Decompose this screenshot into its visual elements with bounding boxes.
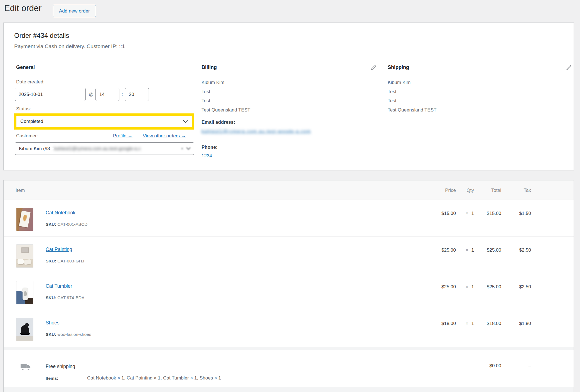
billing-name: Kibum Kim: [201, 78, 250, 87]
order-heading: Order #434 details: [14, 32, 69, 39]
product-thumbnail-cat-notebook: [16, 208, 33, 231]
table-row: Cat Notebook SKU: CAT-001-ABCD $15.00 ×1…: [4, 200, 574, 237]
cell-tax: $1.50: [485, 211, 531, 216]
shipping-items-value: Cat Notebook × 1, Cat Painting × 1, Cat …: [87, 375, 221, 381]
product-link[interactable]: Cat Tumbler: [46, 283, 72, 289]
add-new-order-button[interactable]: Add new order: [53, 5, 96, 17]
shipping-address: Kibum Kim Test Test Test Queensland TEST: [388, 78, 436, 115]
product-link[interactable]: Shoes: [46, 320, 60, 326]
product-sku: SKU: woo-fasion-shoes: [46, 332, 91, 337]
email-label: Email address:: [201, 120, 235, 125]
billing-city: Test: [201, 96, 250, 105]
chevron-down-icon: [183, 120, 188, 123]
sku-value: CAT-001-ABCD: [57, 222, 87, 227]
cell-tax: –: [485, 363, 531, 369]
status-select[interactable]: Completed: [16, 116, 192, 127]
customer-label: Customer:: [16, 133, 38, 139]
shipping-method-name: Free shipping: [46, 364, 75, 369]
profile-link[interactable]: Profile →: [113, 133, 132, 139]
sku-value: woo-fasion-shoes: [57, 332, 91, 337]
product-sku: SKU: CAT-003-GHJ: [46, 259, 84, 264]
product-sku: SKU: CAT-001-ABCD: [46, 222, 87, 227]
minute-input[interactable]: 20: [125, 88, 149, 101]
product-thumbnail-cat-tumbler: [16, 281, 33, 304]
table-row: Shoes SKU: woo-fasion-shoes $18.00 ×1 $1…: [4, 310, 574, 347]
customer-value-redacted: kahtest1@rymera.com.au.test-google-a.c: [54, 146, 179, 152]
cell-tax: $2.50: [485, 247, 531, 253]
time-separator: :: [122, 92, 123, 97]
order-items-panel: Item Price Qty Total Tax Cat Notebook SK…: [3, 180, 574, 392]
shipping-name: Kibum Kim: [388, 78, 436, 87]
status-highlight-frame: Completed: [14, 113, 194, 130]
billing-email-link-redacted[interactable]: kahtest1@rymera.com.au.test-woode-a.com: [201, 129, 311, 134]
sku-label: SKU:: [46, 332, 56, 337]
edit-shipping-pencil-icon[interactable]: [566, 64, 572, 71]
shipping-state: Test Queensland TEST: [388, 105, 436, 115]
sku-value: CAT-974-BDA: [57, 295, 84, 300]
section-divider: [4, 347, 574, 350]
product-thumbnail-shoes: [16, 318, 33, 341]
status-label: Status:: [16, 106, 31, 112]
product-thumbnail-cat-painting: [16, 244, 33, 268]
cell-tax: $1.80: [485, 321, 531, 326]
date-at-symbol: @: [89, 92, 94, 97]
cell-tax: $2.50: [485, 284, 531, 290]
billing-address: Kibum Kim Test Test Test Queensland TEST: [201, 78, 250, 115]
shipping-items-label: Items:: [46, 376, 58, 381]
truck-icon: [20, 363, 31, 371]
order-subheading: Payment via Cash on delivery. Customer I…: [14, 43, 125, 49]
billing-heading: Billing: [201, 64, 217, 70]
customer-select[interactable]: Kibum Kim (#3 – kahtest1@rymera.com.au.t…: [15, 142, 194, 155]
product-sku: SKU: CAT-974-BDA: [46, 295, 84, 300]
billing-address-1: Test: [201, 87, 250, 96]
shipping-address-1: Test: [388, 87, 436, 96]
product-link[interactable]: Cat Notebook: [46, 210, 75, 216]
sku-label: SKU:: [46, 295, 56, 300]
phone-label: Phone:: [201, 145, 218, 150]
hour-input[interactable]: 14: [95, 88, 119, 101]
clear-selection-icon[interactable]: ×: [181, 146, 183, 151]
sku-value: CAT-003-GHJ: [57, 259, 84, 263]
shipping-city: Test: [388, 96, 436, 105]
customer-selected-value: Kibum Kim (#3 –: [19, 146, 54, 152]
order-details-panel: Order #434 details Payment via Cash on d…: [3, 23, 574, 170]
sku-label: SKU:: [46, 259, 56, 263]
view-other-orders-link[interactable]: View other orders →: [143, 133, 186, 139]
billing-phone-link[interactable]: 1234: [201, 153, 212, 159]
date-created-input[interactable]: 2025-10-01: [15, 88, 86, 101]
items-table-header: Item Price Qty Total Tax: [4, 180, 574, 200]
product-link[interactable]: Cat Painting: [46, 247, 72, 252]
totals-section-edge: [4, 387, 574, 392]
table-row: Cat Painting SKU: CAT-003-GHJ $25.00 ×1 …: [4, 237, 574, 273]
shipping-line-row: Free shipping Items: Cat Notebook × 1, C…: [4, 350, 574, 387]
table-row: Cat Tumbler SKU: CAT-974-BDA $25.00 ×1 $…: [4, 273, 574, 310]
edit-billing-pencil-icon[interactable]: [370, 64, 377, 71]
page-title: Edit order: [4, 3, 41, 13]
general-heading: General: [16, 64, 35, 70]
column-header-tax: Tax: [485, 188, 531, 193]
billing-state: Test Queensland TEST: [201, 105, 250, 115]
status-selected-value: Completed: [20, 119, 43, 124]
shipping-heading: Shipping: [388, 64, 409, 70]
chevron-down-icon: [186, 147, 191, 150]
column-header-item: Item: [16, 188, 25, 193]
sku-label: SKU:: [46, 222, 56, 227]
date-created-label: Date created:: [16, 79, 45, 85]
